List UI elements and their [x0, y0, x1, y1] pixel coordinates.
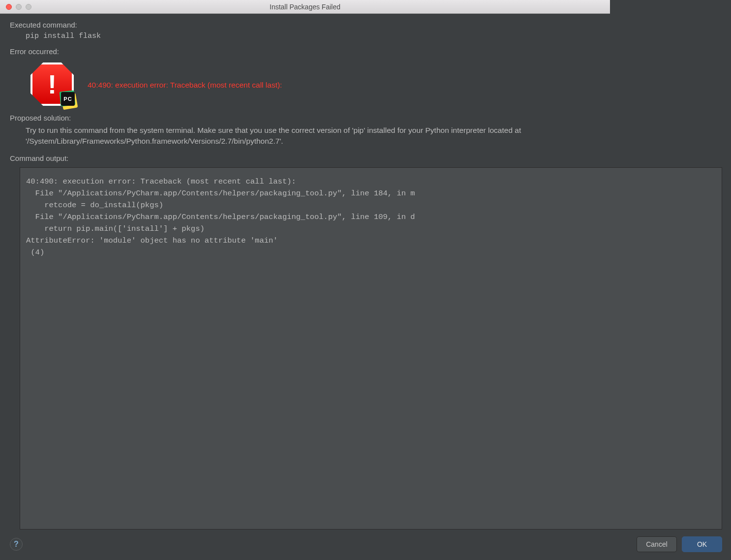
stop-icon-glyph: ! — [48, 69, 57, 99]
pycharm-badge-text: PC — [63, 96, 72, 102]
command-output[interactable]: 40:490: execution error: Traceback (most… — [20, 167, 610, 467]
proposed-solution-label: Proposed solution: — [10, 114, 610, 122]
command-output-label: Command output: — [10, 154, 610, 162]
dialog-content: Executed command: pip install flask Erro… — [0, 14, 610, 467]
error-occurred-label: Error occurred: — [10, 47, 610, 56]
error-message: 40:490: execution error: Traceback (most… — [88, 81, 282, 90]
window-title: Install Packages Failed — [0, 3, 610, 11]
title-bar: Install Packages Failed — [0, 0, 610, 14]
proposed-solution-text: Try to run this command from the system … — [10, 125, 610, 147]
executed-command-value: pip install flask — [10, 32, 610, 40]
pycharm-icon: PC — [60, 91, 80, 111]
error-icon: ! PC — [30, 62, 76, 108]
error-block: ! PC 40:490: execution error: Traceback … — [30, 62, 610, 108]
executed-command-label: Executed command: — [10, 21, 610, 29]
